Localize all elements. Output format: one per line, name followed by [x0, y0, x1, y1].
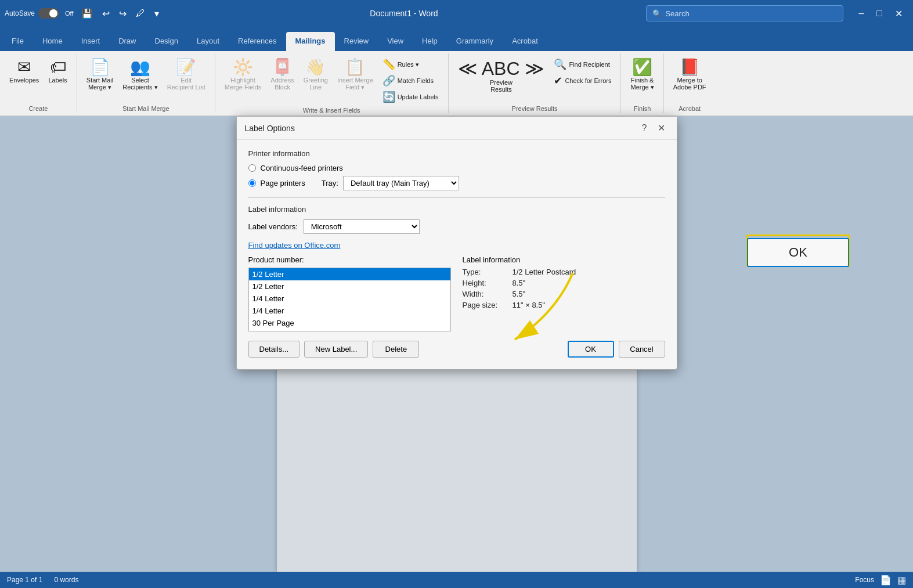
type-row: Type: 1/2 Letter Postcard — [463, 268, 665, 276]
dialog-help-button[interactable]: ? — [638, 121, 651, 135]
ribbon-group-write-insert: 🔆 HighlightMerge Fields 📮 AddressBlock 👋… — [215, 53, 449, 113]
close-button[interactable]: ✕ — [889, 7, 908, 20]
check-for-errors-label: Check for Errors — [565, 77, 611, 84]
maximize-button[interactable]: □ — [871, 7, 888, 20]
tab-file[interactable]: File — [2, 32, 33, 51]
tab-draw[interactable]: Draw — [109, 32, 145, 51]
redo-icon[interactable]: ↪ — [116, 7, 129, 20]
details-button[interactable]: Details... — [248, 341, 300, 358]
start-mail-merge-button[interactable]: 📄 Start MailMerge ▾ — [83, 57, 117, 93]
label-information-header: Label information — [463, 255, 665, 264]
autosave-toggle[interactable] — [38, 8, 59, 19]
new-label-button[interactable]: New Label... — [304, 341, 368, 358]
search-bar[interactable]: 🔍 Search — [646, 5, 843, 21]
find-recipient-button[interactable]: 🔍 Find Recipient — [550, 57, 615, 72]
label-options-dialog: Label Options ? ✕ Printer information Co… — [236, 116, 677, 370]
ribbon-group-acrobat: 📕 Merge toAdobe PDF Acrobat — [664, 53, 716, 113]
height-value: 8.5" — [513, 279, 526, 287]
list-item[interactable]: 1/4 Letter — [249, 305, 450, 317]
merge-to-adobe-button[interactable]: 📕 Merge toAdobe PDF — [670, 57, 710, 93]
highlight-merge-fields-button: 🔆 HighlightMerge Fields — [221, 57, 265, 93]
insert-merge-field-label: Insert MergeField ▾ — [337, 77, 373, 91]
check-for-errors-icon: ✔ — [554, 74, 562, 87]
save-icon[interactable]: 💾 — [78, 7, 96, 20]
undo-icon[interactable]: ↩ — [99, 7, 113, 20]
select-recipients-button[interactable]: 👥 SelectRecipients ▾ — [119, 57, 161, 93]
page-info: Page 1 of 1 — [7, 576, 42, 584]
autosave-area: AutoSave Off — [5, 8, 74, 19]
tab-acrobat[interactable]: Acrobat — [503, 32, 547, 51]
minimize-button[interactable]: – — [853, 7, 869, 20]
width-row: Width: 5.5" — [463, 290, 665, 298]
address-block-button: 📮 AddressBlock — [267, 57, 297, 93]
check-for-errors-button[interactable]: ✔ Check for Errors — [550, 73, 615, 88]
page-printers-label: Page printers — [261, 179, 305, 187]
tray-select[interactable]: Default tray (Main Tray) — [343, 176, 459, 190]
find-updates-link[interactable]: Find updates on Office.com — [248, 241, 341, 250]
tab-grammarly[interactable]: Grammarly — [447, 32, 503, 51]
start-mail-merge-buttons: 📄 Start MailMerge ▾ 👥 SelectRecipients ▾… — [83, 55, 209, 103]
tab-references[interactable]: References — [229, 32, 286, 51]
customize-icon[interactable]: 🖊 — [133, 7, 148, 20]
height-row: Height: 8.5" — [463, 279, 665, 287]
finish-merge-button[interactable]: ✅ Finish &Merge ▾ — [627, 57, 657, 93]
preview-results-buttons: ≪ ABC ≫ PreviewResults 🔍 Find Recipient … — [454, 55, 615, 103]
list-item[interactable]: 30 Per Page — [249, 329, 450, 331]
preview-results-group-label: Preview Results — [512, 105, 558, 112]
ok-annotation-label[interactable]: OK — [789, 245, 807, 260]
list-item[interactable]: 1/4 Letter — [249, 293, 450, 305]
preview-results-button[interactable]: ≪ ABC ≫ PreviewResults — [454, 57, 548, 95]
insert-merge-field-icon: 📋 — [345, 59, 365, 75]
start-mail-merge-icon: 📄 — [90, 59, 110, 75]
list-item[interactable]: 30 Per Page — [249, 317, 450, 329]
update-labels-button[interactable]: 🔄 Update Labels — [379, 89, 442, 104]
envelopes-button[interactable]: ✉ Envelopes — [6, 57, 42, 86]
tab-design[interactable]: Design — [146, 32, 187, 51]
dialog-close-button[interactable]: ✕ — [654, 121, 669, 135]
labels-button[interactable]: 🏷 Labels — [45, 57, 70, 86]
edit-recipient-list-label: EditRecipient List — [167, 77, 205, 91]
tab-insert[interactable]: Insert — [72, 32, 110, 51]
dialog-overlay: Label Options ? ✕ Printer information Co… — [0, 116, 913, 572]
list-item[interactable]: 1/2 Letter — [249, 280, 450, 293]
search-placeholder: Search — [665, 9, 689, 18]
width-value: 5.5" — [513, 290, 526, 298]
continuous-feed-label: Continuous-feed printers — [261, 164, 343, 172]
tab-layout[interactable]: Layout — [187, 32, 229, 51]
tab-help[interactable]: Help — [413, 32, 447, 51]
dialog-title: Label Options — [245, 124, 295, 133]
printer-section-title: Printer information — [248, 149, 665, 158]
page-size-key: Page size: — [463, 301, 509, 309]
rules-button[interactable]: 📏 Rules ▾ — [379, 57, 442, 72]
product-number-header: Product number: — [248, 255, 451, 264]
page-size-row: Page size: 11" × 8.5" — [463, 301, 665, 309]
product-list: 1/2 Letter 1/2 Letter 1/4 Letter 1/4 Let… — [249, 268, 450, 331]
update-labels-icon: 🔄 — [382, 91, 395, 103]
ok-dialog-button[interactable]: OK — [568, 341, 614, 358]
vendor-select[interactable]: Microsoft — [304, 219, 420, 234]
update-labels-label: Update Labels — [398, 93, 439, 100]
acrobat-group-label: Acrobat — [679, 105, 701, 112]
cancel-dialog-button[interactable]: Cancel — [619, 341, 665, 358]
printer-divider — [248, 197, 665, 198]
tab-mailings[interactable]: Mailings — [286, 32, 335, 51]
continuous-feed-radio[interactable] — [248, 164, 256, 172]
continuous-feed-row: Continuous-feed printers — [248, 164, 665, 172]
page-printers-radio[interactable] — [248, 179, 256, 187]
more-icon[interactable]: ▾ — [151, 7, 162, 20]
type-key: Type: — [463, 268, 509, 276]
envelopes-icon: ✉ — [17, 59, 31, 75]
address-block-icon: 📮 — [272, 59, 293, 75]
select-recipients-label: SelectRecipients ▾ — [122, 77, 157, 91]
list-item[interactable]: 1/2 Letter — [249, 268, 450, 280]
view-icon-1[interactable]: 📄 — [880, 575, 892, 586]
delete-button[interactable]: Delete — [373, 341, 419, 358]
tab-review[interactable]: Review — [335, 32, 378, 51]
match-fields-label: Match Fields — [398, 77, 434, 84]
match-fields-button[interactable]: 🔗 Match Fields — [379, 73, 442, 88]
highlight-merge-fields-label: HighlightMerge Fields — [225, 77, 262, 91]
view-icon-2[interactable]: ▦ — [897, 575, 906, 586]
dialog-titlebar: Label Options ? ✕ — [237, 117, 677, 140]
tab-view[interactable]: View — [378, 32, 413, 51]
tab-home[interactable]: Home — [33, 32, 72, 51]
